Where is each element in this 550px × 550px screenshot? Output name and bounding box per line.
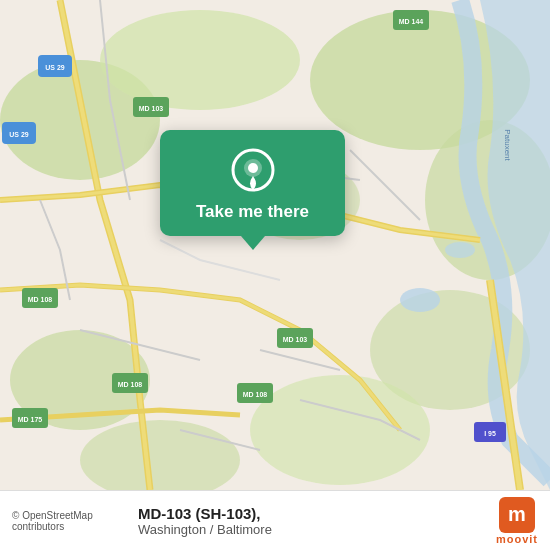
svg-text:I 95: I 95 <box>484 430 496 437</box>
bottom-bar: © OpenStreetMap contributors MD-103 (SH-… <box>0 490 550 550</box>
svg-point-35 <box>248 163 258 173</box>
map-container: US 29 US 29 MD 103 MD 103 MD 108 MD 108 … <box>0 0 550 490</box>
svg-text:MD 103: MD 103 <box>283 336 308 343</box>
svg-text:MD 108: MD 108 <box>28 296 53 303</box>
svg-text:MD 144: MD 144 <box>399 18 424 25</box>
openstreetmap-credit: © OpenStreetMap contributors <box>12 510 128 532</box>
svg-text:Patuxent: Patuxent <box>503 129 512 161</box>
location-label: Washington / Baltimore <box>138 522 486 537</box>
map-svg: US 29 US 29 MD 103 MD 103 MD 108 MD 108 … <box>0 0 550 490</box>
svg-point-6 <box>250 375 430 485</box>
svg-text:MD 103: MD 103 <box>139 105 164 112</box>
svg-text:MD 175: MD 175 <box>18 416 43 423</box>
svg-point-11 <box>445 242 475 258</box>
moovit-text: moovit <box>496 533 538 545</box>
road-label: MD-103 (SH-103), <box>138 505 486 522</box>
location-pin-icon <box>231 148 275 192</box>
svg-text:m: m <box>508 503 526 525</box>
svg-text:US 29: US 29 <box>9 131 29 138</box>
moovit-logo-icon: m <box>499 497 535 533</box>
credit-text: © OpenStreetMap contributors <box>12 510 93 532</box>
take-me-there-label: Take me there <box>196 202 309 222</box>
svg-text:MD 108: MD 108 <box>243 391 268 398</box>
svg-text:MD 108: MD 108 <box>118 381 143 388</box>
moovit-logo: m moovit <box>496 497 538 545</box>
bottom-info: MD-103 (SH-103), Washington / Baltimore <box>138 505 486 537</box>
svg-point-2 <box>100 10 300 110</box>
svg-text:US 29: US 29 <box>45 64 65 71</box>
svg-point-10 <box>400 288 440 312</box>
take-me-there-card[interactable]: Take me there <box>160 130 345 236</box>
